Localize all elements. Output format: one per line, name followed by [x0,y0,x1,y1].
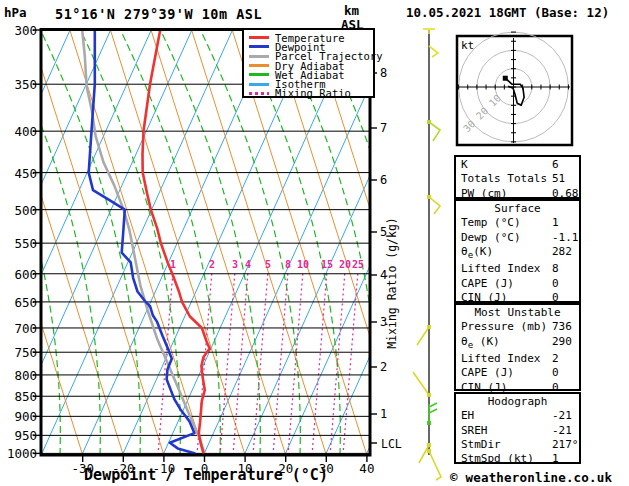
mixing-ratio-label: 1 [170,259,176,270]
mixing-ratio-line [343,271,358,455]
legend-swatch [249,92,269,95]
wind-barb-dot [427,120,431,124]
altitude-tick-label: 1 [380,407,387,421]
panel-row-label: CAPE (J) [461,277,514,290]
panel-row-label: θe (K) [461,335,500,348]
panel-row-label: Temp (°C) [461,216,521,229]
panel-row: CAPE (J)0 [456,277,579,291]
panel-indices: K6Totals Totals51PW (cm)0.68 [454,155,581,199]
panel-row-label: EH [461,409,474,422]
panel-row-value: 6 [552,158,559,172]
pressure-tick-label: 1000 [5,446,37,461]
mixing-ratio-line [220,271,235,455]
panel-row: θe(K)282 [456,245,579,262]
panel-row-value: 8 [552,262,559,276]
wind-barb [429,46,438,57]
panel-hodograph: HodographEH-21SREH-21StmDir217°StmSpd (k… [454,392,581,464]
hodograph: 102030 [457,32,572,145]
panel-row: K6 [456,158,579,172]
panel-row-label: CAPE (J) [461,366,514,379]
panel-row-label: K [461,158,468,171]
pressure-tick-label: 600 [5,267,37,282]
wind-barb-dot [427,449,431,453]
panel-row-value: 1 [552,216,559,230]
wind-barb [429,122,440,141]
pressure-tick-label: 950 [5,428,37,443]
altitude-unit-km: km [344,3,359,18]
panel-row-value: -21 [552,424,572,438]
panel-row: Temp (°C)1 [456,216,579,230]
panel-row: Totals Totals51 [456,172,579,186]
panel-row-label: StmSpd (kt) [461,452,534,465]
legend-swatch [249,45,269,48]
pressure-tick-label: 850 [5,389,37,404]
mixing-ratio-label: 25 [352,259,364,270]
footer-credit: © weatheronline.co.uk [450,470,612,485]
mixing-ratio-label: 10 [297,259,309,270]
panel-row-value: 290 [552,335,572,349]
dry-adiabat-line [29,29,164,455]
x-axis-title: Dewpoint / Temperature (°C) [41,466,371,484]
wind-barb-dot [427,393,431,397]
panel-row-label: Lifted Index [461,262,540,275]
hodograph-marker [503,76,508,81]
mixing-ratio-label: 5 [265,259,271,270]
pressure-unit-label: hPa [4,5,27,20]
panel-title: Most Unstable [456,306,579,320]
dry-adiabat-line [70,29,205,455]
altitude-tick-label: 2 [380,360,387,374]
wind-barb [429,451,441,480]
mixing-ratio-label: 4 [245,259,251,270]
panel-row: StmSpd (kt)1 [456,452,579,466]
panel-row: EH-21 [456,409,579,423]
pressure-tick-label: 700 [5,321,37,336]
panel-row-value: 1 [552,452,559,466]
station-title: 51°16'N 279°39'W 10m ASL [55,6,262,22]
legend-label: Mixing Ratio [275,87,351,99]
pressure-tick-label: 750 [5,345,37,360]
altitude-tick-label: 6 [380,173,387,187]
altitude-tick-label: 8 [380,66,387,80]
panel-row: SREH-21 [456,424,579,438]
pressure-tick-label: 800 [5,368,37,383]
panel-title: Hodograph [456,395,579,409]
wind-barb-dot [427,195,431,199]
wind-barb [413,372,429,395]
lcl-label: LCL [381,437,402,451]
pressure-tick-label: 900 [5,409,37,424]
panel-row-label: Lifted Index [461,352,540,365]
panel-row: Lifted Index8 [456,262,579,276]
panel-row-label: Dewp (°C) [461,231,521,244]
dry-adiabat-line [110,29,245,455]
legend-item-mixing-ratio: Mixing Ratio [249,89,371,98]
legend-swatch [249,83,269,86]
mixing-ratio-label: 20 [339,259,351,270]
panel-row: StmDir217° [456,438,579,452]
wind-barb [419,445,429,463]
legend-box: TemperatureDewpointParcel TrajectoryDry … [242,28,375,98]
wind-barb-dot [427,421,431,425]
panel-row: Lifted Index2 [456,352,579,366]
pressure-tick-label: 550 [5,236,37,251]
panel-row-label: PW (cm) [461,187,507,200]
wind-barb [429,409,437,413]
wind-barb [429,403,437,407]
skewt-sounding-page: 102030 hPa 51°16'N 279°39'W 10m ASL km A… [0,0,629,486]
legend-swatch [249,64,269,67]
panel-row-label: Totals Totals [461,172,547,185]
wind-barb-dot [427,325,431,329]
panel-row: θe (K)290 [456,335,579,352]
pressure-tick-label: 500 [5,203,37,218]
panel-row-value: -1.1 [552,231,579,245]
pressure-tick-label: 300 [5,23,37,38]
panel-row-label: θe(K) [461,245,493,258]
mixing-ratio-line [233,271,248,455]
panel-row-value: 51 [552,172,565,186]
panel-row-value: 0 [552,277,559,291]
date-title: 10.05.2021 18GMT (Base: 12) [406,5,609,20]
panel-row: Pressure (mb)736 [456,320,579,334]
panel-surface: SurfaceTemp (°C)1Dewp (°C)-1.1θe(K)282Li… [454,199,581,303]
mixing-ratio-axis-label: Mixing Ratio (g/kg) [385,217,399,349]
pressure-tick-label: 450 [5,166,37,181]
wind-barb-dot [427,443,431,447]
